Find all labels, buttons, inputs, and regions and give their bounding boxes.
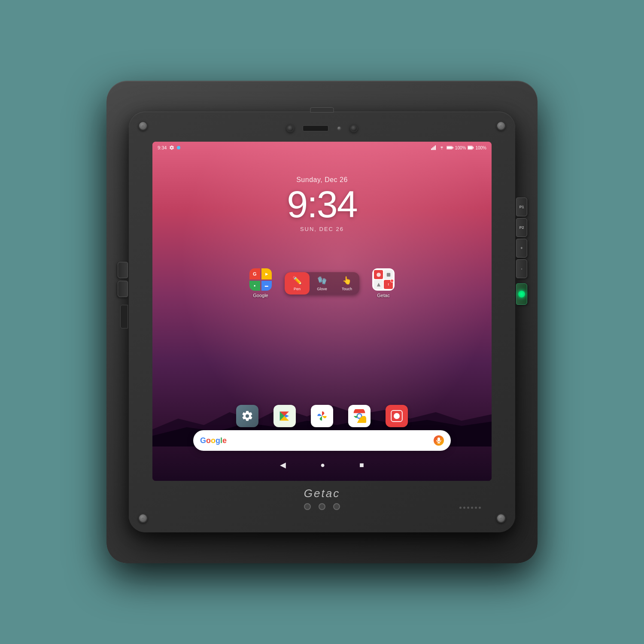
svg-rect-17 <box>437 437 440 441</box>
status-left: 9:34 <box>158 145 180 150</box>
tablet-wrapper: 9:34 <box>112 86 532 558</box>
p1-button[interactable]: P1 <box>516 197 527 216</box>
svg-marker-12 <box>377 283 380 286</box>
status-bar: 9:34 <box>152 142 492 154</box>
clock-time: 9:34 <box>152 185 492 223</box>
screw-bottom-right <box>496 513 506 523</box>
camera-app[interactable] <box>386 405 408 427</box>
google-logo-search: Google <box>200 436 227 445</box>
power-led-indicator <box>518 291 525 298</box>
tablet-body: 9:34 <box>129 112 515 532</box>
right-side-buttons: P1 P2 + - <box>516 197 527 305</box>
battery-icon <box>447 145 453 150</box>
svg-rect-3 <box>435 146 436 150</box>
pgt-widget[interactable]: ✏️ Pen 🧤 Glove 👆 Touch <box>285 272 359 295</box>
svg-rect-6 <box>447 146 452 149</box>
touch-label: Touch <box>342 287 352 291</box>
left-side-buttons <box>118 262 128 297</box>
volume-down-button[interactable]: - <box>516 259 527 278</box>
glove-label: Glove <box>317 287 327 291</box>
battery2-icon <box>468 145 474 150</box>
touch-option[interactable]: 👆 Touch <box>334 272 359 295</box>
google-app[interactable]: G ▶ ● ▬ Google <box>249 268 272 298</box>
svg-rect-2 <box>434 146 434 150</box>
volume-up-button[interactable]: + <box>516 239 527 258</box>
front-camera-right <box>350 125 358 132</box>
signal-icon <box>431 145 437 150</box>
status-dot <box>177 146 180 149</box>
search-bar[interactable]: Google <box>193 430 451 451</box>
google-label: Google <box>253 293 268 298</box>
battery2-text: 100% <box>475 146 486 150</box>
photos-app[interactable] <box>311 405 333 427</box>
chrome-app[interactable] <box>348 405 371 427</box>
brand-text: Getac <box>304 487 340 500</box>
left-button-2[interactable] <box>118 281 128 297</box>
glove-option[interactable]: 🧤 Glove <box>310 272 334 295</box>
time-display: Sunday, Dec 26 9:34 SUN, DEC 26 <box>152 176 492 232</box>
screen[interactable]: 9:34 <box>152 142 492 481</box>
home-button[interactable]: ● <box>320 461 325 470</box>
status-time: 9:34 <box>158 145 167 150</box>
top-connector <box>310 107 334 112</box>
speaker-grille <box>459 507 481 509</box>
svg-rect-1 <box>432 147 433 150</box>
svg-point-15 <box>394 413 400 419</box>
screen-bezel: 9:34 <box>152 142 492 481</box>
wifi-icon <box>439 145 445 150</box>
svg-rect-8 <box>473 147 474 149</box>
pen-icon: ✏️ <box>292 276 302 285</box>
brand-label: Getac <box>304 487 340 500</box>
battery-led <box>319 503 325 510</box>
bottom-apps-row <box>236 405 408 427</box>
camera-sensor <box>337 126 341 131</box>
svg-point-14 <box>358 414 361 418</box>
date-short: SUN, DEC 26 <box>152 226 492 232</box>
speaker-dot <box>463 507 465 509</box>
wifi-led <box>333 503 340 510</box>
svg-rect-0 <box>431 149 432 150</box>
glove-icon: 🧤 <box>317 276 327 285</box>
settings-app[interactable] <box>236 405 258 427</box>
svg-rect-11 <box>386 273 390 276</box>
voice-search-button[interactable] <box>434 435 444 446</box>
screw-top-right <box>496 121 506 131</box>
settings-status-icon <box>169 145 174 150</box>
status-right: 100% 100% <box>431 145 486 150</box>
left-port <box>120 305 128 328</box>
pen-label: Pen <box>294 287 301 291</box>
svg-point-10 <box>377 273 381 277</box>
top-camera-bar <box>286 125 358 132</box>
front-camera-left <box>286 125 294 132</box>
p2-button[interactable]: P2 <box>516 218 527 237</box>
speaker-dot <box>475 507 477 509</box>
power-led <box>304 503 311 510</box>
back-button[interactable]: ◀ <box>280 460 286 470</box>
screw-top-left <box>138 121 148 131</box>
speaker-dot <box>459 507 462 509</box>
power-button[interactable] <box>516 283 527 305</box>
getac-app[interactable]: ! Getac <box>372 268 395 298</box>
svg-rect-9 <box>468 146 472 149</box>
svg-rect-5 <box>453 147 453 148</box>
speaker-dot <box>479 507 481 509</box>
playstore-app[interactable] <box>273 405 296 427</box>
navigation-bar: ◀ ● ■ <box>152 454 492 476</box>
touch-icon: 👆 <box>342 276 352 285</box>
battery-text: 100% <box>455 146 466 150</box>
recents-button[interactable]: ■ <box>359 461 364 470</box>
speaker-dot <box>471 507 473 509</box>
getac-label: Getac <box>377 293 389 298</box>
speaker-dot <box>467 507 469 509</box>
pen-option[interactable]: ✏️ Pen <box>285 272 310 295</box>
left-button-1[interactable] <box>118 262 128 278</box>
led-bar <box>304 503 340 510</box>
top-apps-row: G ▶ ● ▬ Google ✏️ Pen <box>249 268 395 298</box>
screw-bottom-left <box>138 513 148 523</box>
top-slot <box>303 125 328 131</box>
